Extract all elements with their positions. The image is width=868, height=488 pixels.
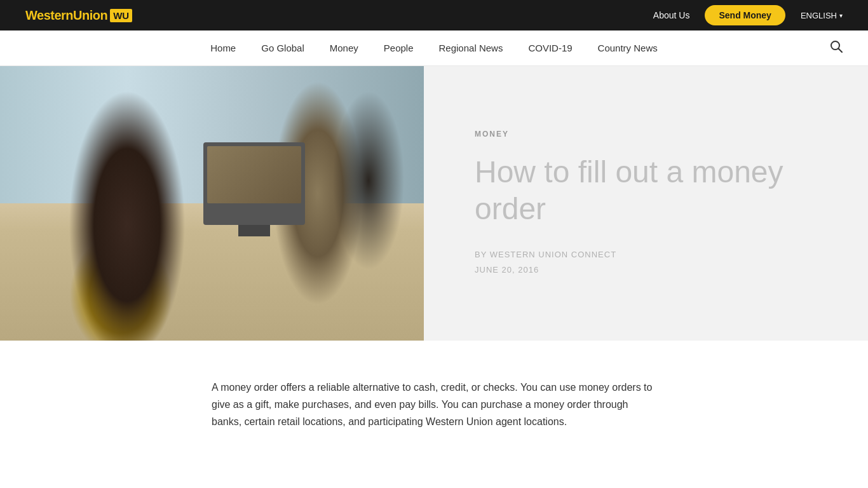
nav-money[interactable]: Money xyxy=(330,31,358,65)
article-text: A money order offers a reliable alternat… xyxy=(212,379,656,431)
hero-title: How to fill out a money order xyxy=(475,154,817,227)
nav-country-news[interactable]: Country News xyxy=(598,31,658,65)
nav-bar: Home Go Global Money People Regional New… xyxy=(0,30,868,66)
monitor-stand xyxy=(238,225,270,236)
language-selector[interactable]: ENGLISH ▾ xyxy=(801,11,843,20)
hero-category: MONEY xyxy=(475,130,817,139)
chevron-down-icon: ▾ xyxy=(839,12,843,19)
hero-date: JUNE 20, 2016 xyxy=(475,262,817,277)
logo[interactable]: WesternUnion WU xyxy=(25,8,132,23)
top-bar: WesternUnion WU About Us Send Money ENGL… xyxy=(0,0,868,30)
hero-section: MONEY How to fill out a money order BY W… xyxy=(0,66,868,341)
monitor-screen xyxy=(207,146,301,203)
about-us-link[interactable]: About Us xyxy=(653,10,690,20)
article-body: A money order offers a reliable alternat… xyxy=(186,341,682,482)
nav-regional-news[interactable]: Regional News xyxy=(439,31,503,65)
nav-go-global[interactable]: Go Global xyxy=(261,31,304,65)
hero-author: BY WESTERN UNION CONNECT xyxy=(475,247,817,262)
nav-people[interactable]: People xyxy=(384,31,414,65)
svg-line-1 xyxy=(839,49,843,53)
nav-covid19[interactable]: COVID-19 xyxy=(528,31,572,65)
top-bar-right: About Us Send Money ENGLISH ▾ xyxy=(653,5,843,25)
monitor-decoration xyxy=(203,142,305,225)
search-icon[interactable] xyxy=(830,40,843,56)
language-label: ENGLISH xyxy=(801,11,837,20)
hero-content: MONEY How to fill out a money order BY W… xyxy=(424,66,868,341)
send-money-button[interactable]: Send Money xyxy=(705,5,785,25)
nav-home[interactable]: Home xyxy=(210,31,236,65)
logo-text: WesternUnion xyxy=(25,8,107,23)
hero-meta: BY WESTERN UNION CONNECT JUNE 20, 2016 xyxy=(475,247,817,277)
hero-image xyxy=(0,66,424,341)
logo-wu-badge: WU xyxy=(110,9,132,22)
